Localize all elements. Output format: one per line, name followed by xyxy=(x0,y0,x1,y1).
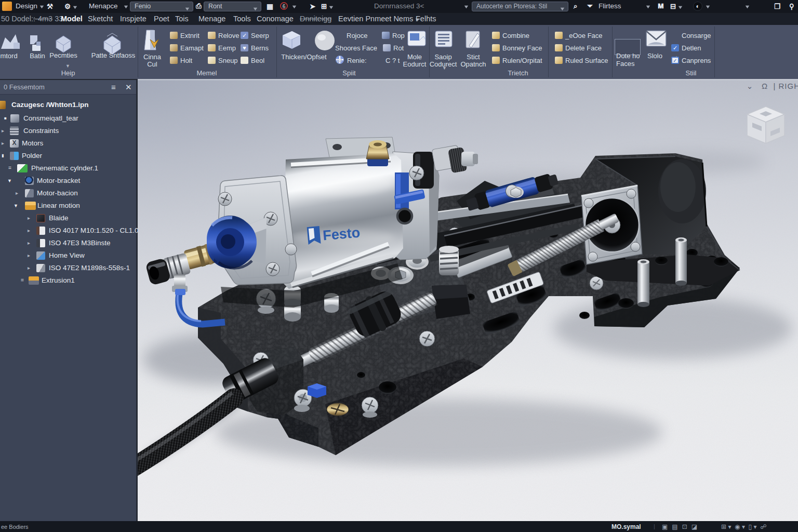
svg-text:Festo: Festo xyxy=(322,224,361,243)
